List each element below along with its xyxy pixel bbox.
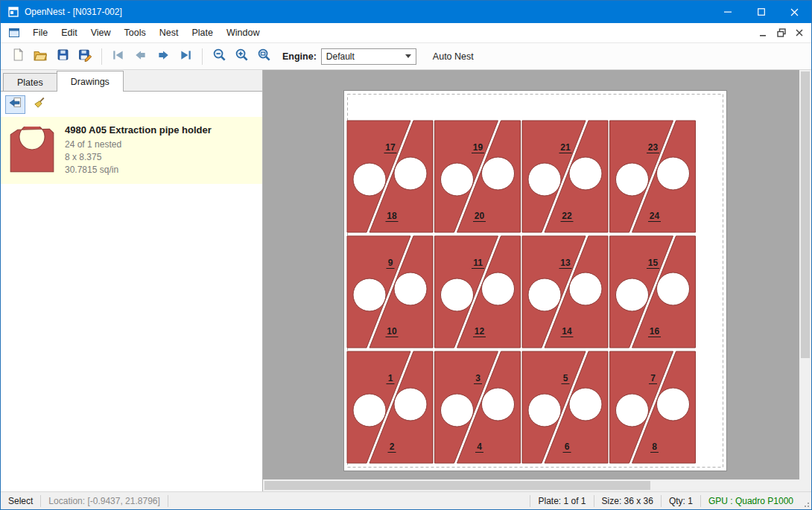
save-icon (57, 48, 69, 64)
part-number-label: 8 (652, 442, 657, 452)
drawing-area: 30.7815 sq/in (65, 165, 212, 175)
menu-tools[interactable]: Tools (118, 24, 153, 42)
vertical-scrollbar-thumb[interactable] (801, 71, 810, 358)
part-thumbnail (7, 125, 57, 176)
zoom-out-button[interactable] (209, 46, 229, 67)
toolbar-separator (202, 48, 203, 65)
engine-value: Default (326, 51, 355, 62)
zoom-in-icon (235, 48, 249, 65)
drawing-info: 4980 A05 Extraction pipe holder 24 of 1 … (65, 124, 212, 177)
previous-plate-button[interactable] (130, 46, 151, 67)
menu-view[interactable]: View (84, 24, 118, 42)
mdi-minimize-icon[interactable] (755, 25, 773, 41)
zoom-fit-icon (257, 48, 271, 65)
nest-drawing: 171921231820222491113151012141613572468 (344, 91, 726, 471)
toolbar: Engine: Default Auto Nest (1, 43, 811, 70)
status-gpu: GPU : Quadro P1000 (701, 492, 801, 509)
engine-label: Engine: (282, 51, 317, 62)
last-plate-button[interactable] (175, 46, 196, 67)
tab-plates[interactable]: Plates (3, 73, 57, 91)
previous-plate-icon (134, 48, 148, 65)
menu-plate[interactable]: Plate (185, 24, 220, 42)
part-number-label: 13 (560, 258, 571, 268)
zoom-out-icon (212, 48, 226, 65)
main-area: Plates Drawings (1, 70, 811, 491)
document-icon[interactable] (8, 27, 20, 39)
chevron-down-icon[interactable] (405, 54, 411, 58)
horizontal-scrollbar-thumb[interactable] (264, 481, 650, 490)
part-number-label: 5 (563, 373, 568, 383)
menu-window[interactable]: Window (220, 24, 266, 42)
menu-edit[interactable]: Edit (54, 24, 84, 42)
part-number-label: 2 (390, 442, 395, 452)
status-size: Size: 36 x 36 (594, 492, 661, 509)
new-document-icon (12, 48, 25, 64)
nest-canvas[interactable]: 171921231820222491113151012141613572468 (263, 70, 811, 491)
tabstrip: Plates Drawings (1, 70, 262, 92)
statusbar: Select Location: [-0.9437, 21.8796] Plat… (1, 491, 811, 509)
sidebar: Plates Drawings (1, 70, 263, 491)
zoom-in-button[interactable] (231, 46, 252, 67)
mdi-window-controls (755, 25, 811, 41)
vertical-scrollbar[interactable] (799, 70, 811, 479)
last-plate-icon (179, 48, 192, 65)
minimize-button[interactable] (711, 1, 744, 23)
return-part-icon (9, 97, 22, 112)
clean-button[interactable] (29, 95, 49, 114)
plate[interactable]: 171921231820222491113151012141613572468 (343, 90, 727, 471)
part-number-label: 18 (387, 211, 397, 221)
status-location: Location: [-0.9437, 21.8796] (41, 492, 167, 509)
part-number-label: 6 (565, 442, 570, 452)
part-number-label: 15 (648, 258, 659, 268)
drawing-nested-count: 24 of 1 nested (65, 139, 212, 150)
zoom-fit-button[interactable] (253, 46, 274, 67)
return-part-button[interactable] (5, 95, 25, 114)
drawing-title: 4980 A05 Extraction pipe holder (65, 124, 212, 136)
window-title: OpenNest - [N0317-002] (25, 7, 711, 17)
drawing-size: 8 x 8.375 (65, 152, 212, 162)
open-folder-icon (34, 48, 47, 65)
auto-nest-button[interactable]: Auto Nest (427, 48, 480, 66)
maximize-button[interactable] (744, 1, 778, 23)
close-button[interactable] (778, 1, 811, 23)
save-as-icon (78, 48, 92, 65)
part-number-label: 11 (473, 258, 483, 268)
resize-grip[interactable] (801, 492, 811, 509)
part-number-label: 7 (650, 373, 656, 383)
toolbar-separator (101, 48, 102, 65)
clean-parts-icon (34, 97, 45, 112)
part-number-label: 22 (562, 211, 572, 221)
part-number-label: 24 (650, 211, 660, 221)
part-number-label: 3 (475, 373, 480, 383)
mdi-close-icon[interactable] (790, 25, 808, 41)
horizontal-scrollbar[interactable] (263, 479, 799, 491)
next-plate-button[interactable] (153, 46, 174, 67)
part-number-label: 10 (387, 326, 397, 337)
status-mode: Select (1, 492, 40, 509)
save-as-button[interactable] (74, 46, 95, 67)
drawings-toolbar (1, 92, 262, 117)
first-plate-icon (112, 48, 125, 65)
menu-file[interactable]: File (26, 24, 54, 42)
status-plate: Plate: 1 of 1 (530, 492, 593, 509)
tab-drawings[interactable]: Drawings (57, 71, 124, 92)
new-document-button[interactable] (7, 46, 28, 67)
menubar: File Edit View Tools Nest Plate Window (1, 23, 811, 43)
part-number-label: 23 (648, 142, 659, 153)
save-button[interactable] (52, 46, 73, 67)
next-plate-icon (156, 48, 170, 65)
scrollbar-corner (799, 479, 811, 491)
part-number-label: 16 (650, 326, 660, 337)
app-icon (7, 6, 19, 18)
drawing-list-item[interactable]: 4980 A05 Extraction pipe holder 24 of 1 … (1, 117, 262, 184)
mdi-restore-icon[interactable] (773, 25, 790, 41)
first-plate-button[interactable] (108, 46, 129, 67)
open-button[interactable] (30, 46, 51, 67)
status-separator (168, 495, 168, 507)
app-window: OpenNest - [N0317-002] File Edit View To… (0, 0, 812, 510)
status-qty: Qty: 1 (662, 492, 700, 509)
part-number-label: 4 (477, 442, 482, 452)
part-number-label: 17 (385, 142, 396, 153)
engine-select[interactable]: Default (321, 48, 416, 65)
menu-nest[interactable]: Nest (153, 24, 185, 42)
